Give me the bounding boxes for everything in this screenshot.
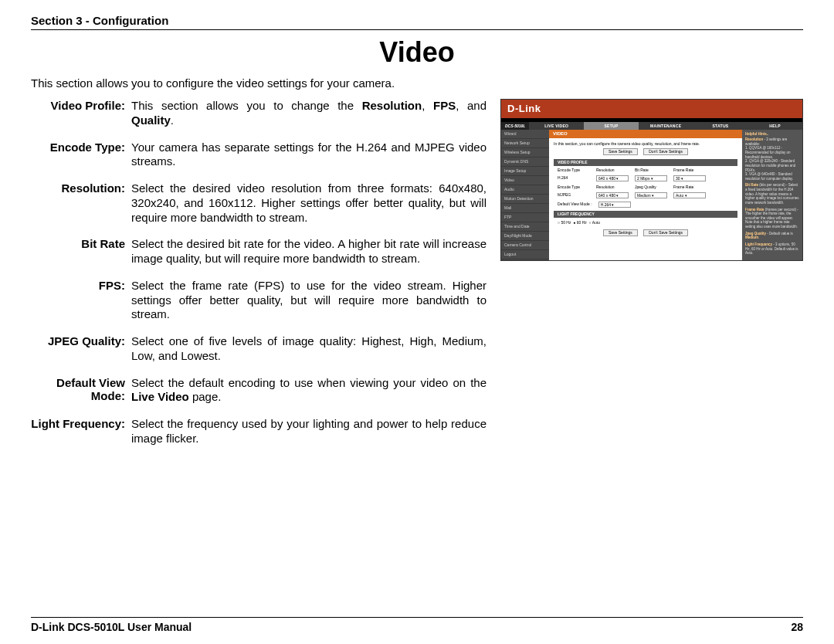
definition-term: Resolution:: [31, 181, 131, 225]
button-row: Save Settings Don't Save Settings: [554, 148, 737, 155]
footer-manual-title: D-Link DCS-5010L User Manual: [31, 621, 192, 633]
definition-row: FPS:Select the frame rate (FPS) to use f…: [31, 279, 486, 322]
col-resolution: Resolution: [596, 185, 629, 189]
mjpeg-type: MJPEG: [558, 192, 590, 198]
h264-headers: Encode Type Resolution Bit Rate Frame Ra…: [554, 166, 737, 174]
section-breadcrumb: Section 3 - Configuration: [31, 14, 803, 27]
h264-fps-select[interactable]: 30 ▾: [673, 175, 706, 181]
definition-row: Default View Mode:Select the default enc…: [31, 376, 486, 405]
definition-term: Light Frequency:: [31, 417, 131, 446]
cancel-button[interactable]: Don't Save Settings: [643, 229, 688, 236]
panel-heading: VIDEO: [549, 130, 742, 138]
panel-body: In this section, you can configure the c…: [549, 138, 742, 243]
definition-desc: Select one of five levels of image quali…: [131, 334, 486, 364]
mjpeg-quality-select[interactable]: Medium ▾: [635, 192, 667, 198]
default-view-label: Default View Mode :: [558, 202, 592, 208]
help-paragraph: Resolution - 3 settings are available:1.…: [745, 137, 799, 181]
panel-description: In this section, you can configure the c…: [554, 141, 737, 146]
definitions-column: Video Profile:This section allows you to…: [31, 99, 486, 459]
save-button[interactable]: Save Settings: [603, 148, 638, 155]
nav-tab[interactable]: LIVE VIDEO: [529, 122, 584, 130]
help-title: Helpful Hints..: [745, 132, 799, 137]
definition-desc: Select the default encoding to use when …: [131, 376, 486, 405]
lf-50-radio[interactable]: ○ 50 Hz: [558, 220, 571, 225]
definition-term: Default View Mode:: [31, 376, 131, 405]
default-view-row: Default View Mode : H.264 ▾: [554, 200, 737, 209]
definition-term: Encode Type:: [31, 141, 131, 170]
definition-row: Light Frequency:Select the frequency use…: [31, 417, 486, 446]
light-freq-options: ○ 50 Hz ● 60 Hz ○ Auto: [554, 218, 737, 227]
help-panel: Helpful Hints..Resolution - 3 settings a…: [742, 130, 802, 260]
button-row-bottom: Save Settings Don't Save Settings: [554, 229, 737, 236]
help-paragraph: Frame Rate (frames per second) - The hig…: [745, 208, 799, 229]
sidebar-item[interactable]: Camera Control: [501, 241, 549, 250]
cancel-button[interactable]: Don't Save Settings: [643, 148, 688, 155]
definition-row: Resolution:Select the desired video reso…: [31, 181, 486, 225]
screenshot-column: D-Link DCS-5010L LIVE VIDEOSETUPMAINTENA…: [500, 99, 803, 459]
light-freq-heading: LIGHT FREQUENCY: [554, 211, 737, 218]
sidebar-item[interactable]: Wireless Setup: [501, 148, 549, 158]
footer-page-number: 28: [791, 621, 803, 633]
nav-tab[interactable]: STATUS: [693, 122, 748, 130]
sidebar-item[interactable]: Audio: [501, 185, 549, 195]
lf-auto-radio[interactable]: ○ Auto: [589, 220, 600, 225]
h264-type: H.264: [558, 175, 590, 181]
default-view-select[interactable]: H.264 ▾: [598, 202, 631, 208]
definition-row: Encode Type:Your camera has separate set…: [31, 141, 486, 170]
sidebar-item[interactable]: Wizard: [501, 130, 549, 139]
definition-row: JPEG Quality:Select one of five levels o…: [31, 334, 486, 364]
definition-desc: Your camera has separate settings for th…: [131, 141, 486, 170]
mjpeg-row: MJPEG 640 x 480 ▾ Medium ▾ Auto ▾: [554, 191, 737, 200]
definition-term: JPEG Quality:: [31, 334, 131, 364]
definition-term: Bit Rate: [31, 237, 131, 266]
sidebar-item[interactable]: Image Setup: [501, 167, 549, 176]
definition-term: Video Profile:: [31, 99, 131, 128]
col-encode: Encode Type: [558, 185, 590, 189]
col-encode: Encode Type: [558, 168, 590, 172]
mjpeg-headers: Encode Type Resolution Jpeg Quality Fram…: [554, 183, 737, 191]
sidebar-item[interactable]: Day/Night Mode: [501, 232, 549, 241]
definition-desc: Select the desired video resolution from…: [131, 181, 486, 225]
definition-desc: Select the frame rate (FPS) to use for t…: [131, 279, 486, 322]
page-header: Section 3 - Configuration: [31, 14, 803, 30]
sidebar-item[interactable]: Motion Detection: [501, 195, 549, 204]
top-nav: DCS-5010L LIVE VIDEOSETUPMAINTENANCESTAT…: [501, 122, 802, 130]
definition-row: Video Profile:This section allows you to…: [31, 99, 486, 128]
lf-60-radio[interactable]: ● 60 Hz: [573, 220, 586, 225]
definition-term: FPS:: [31, 279, 131, 322]
brand-bar: D-Link: [501, 100, 802, 118]
sidebar-item[interactable]: Time and Date: [501, 222, 549, 232]
model-label: DCS-5010L: [501, 122, 529, 130]
mjpeg-fps-select[interactable]: Auto ▾: [673, 192, 706, 198]
sidebar-item[interactable]: Logout: [501, 250, 549, 259]
sidebar-item[interactable]: Mail: [501, 204, 549, 213]
col-resolution: Resolution: [596, 168, 629, 172]
sidebar-item[interactable]: Video: [501, 176, 549, 185]
col-framerate: Frame Rate: [673, 168, 706, 172]
brand-logo-text: D-Link: [507, 103, 541, 115]
col-jpegq: Jpeg Quality: [635, 185, 667, 189]
sidebar-item[interactable]: FTP: [501, 213, 549, 222]
intro-text: This section allows you to configure the…: [31, 76, 803, 90]
sidebar-item[interactable]: Dynamic DNS: [501, 158, 549, 167]
col-framerate: Frame Rate: [673, 185, 706, 189]
help-paragraph: Light Frequency - 3 options, 50 Hz, 60 H…: [745, 242, 799, 256]
help-paragraph: Bit Rate (bits per second) - Select a fi…: [745, 183, 799, 205]
h264-row: H.264 640 x 480 ▾ 2 Mbps ▾ 30 ▾: [554, 174, 737, 183]
screenshot-body: WizardNetwork SetupWireless SetupDynamic…: [501, 130, 802, 260]
h264-bitrate-select[interactable]: 2 Mbps ▾: [635, 175, 667, 181]
mjpeg-resolution-select[interactable]: 640 x 480 ▾: [596, 192, 629, 198]
help-paragraph: Jpeg Quality - Default value is Medium.: [745, 232, 799, 240]
nav-tab[interactable]: MAINTENANCE: [639, 122, 693, 130]
center-panel: VIDEO In this section, you can configure…: [549, 130, 742, 260]
h264-resolution-select[interactable]: 640 x 480 ▾: [596, 175, 629, 181]
definition-desc: Select the desired bit rate for the vide…: [131, 237, 486, 266]
embedded-screenshot: D-Link DCS-5010L LIVE VIDEOSETUPMAINTENA…: [500, 99, 803, 261]
video-profile-heading: VIDEO PROFILE: [554, 159, 737, 166]
nav-tab[interactable]: SETUP: [584, 122, 639, 130]
definition-desc: Select the frequency used by your lighti…: [131, 417, 486, 446]
sidebar-item[interactable]: Network Setup: [501, 139, 549, 148]
nav-tab[interactable]: HELP: [748, 122, 802, 130]
main-content: Video Profile:This section allows you to…: [31, 99, 803, 459]
save-button[interactable]: Save Settings: [603, 229, 638, 236]
